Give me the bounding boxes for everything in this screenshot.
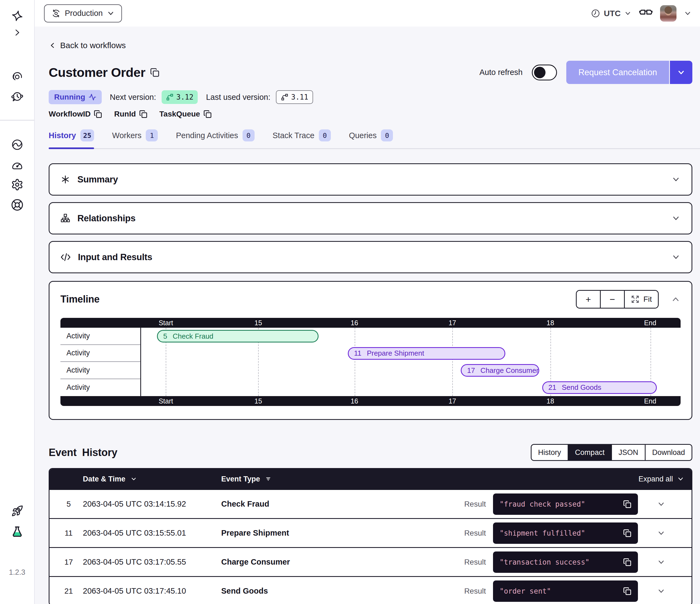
timeline-tick-label: 15 [255, 319, 262, 327]
download-button[interactable]: Download [646, 445, 692, 460]
temporal-logo-icon[interactable] [11, 10, 23, 22]
rocket-icon[interactable] [11, 505, 23, 517]
timezone-selector[interactable]: UTC [591, 8, 632, 18]
zoom-out-button[interactable]: − [601, 291, 625, 308]
activity-pulse-icon [89, 93, 96, 101]
result-label: Result [464, 558, 486, 566]
tab-history[interactable]: History 25 [49, 129, 94, 148]
user-avatar[interactable] [660, 5, 676, 22]
help-lifebuoy-icon[interactable] [11, 199, 24, 211]
timeline-row-label: Activity [60, 379, 140, 396]
input-results-section[interactable]: Input and Results [49, 241, 692, 273]
timeline-tick-label: End [644, 319, 656, 327]
expand-all-button[interactable]: Expand all [639, 475, 684, 483]
timeline-tick-label: Start [158, 319, 173, 327]
back-link-label: Back to workflows [60, 41, 126, 50]
workflow-id-label: WorkflowID [49, 110, 91, 118]
user-menu-chevron-icon[interactable] [683, 9, 692, 18]
code-icon [60, 252, 71, 262]
event-row[interactable]: 11 2063-04-05 UTC 03:15:55.01 Prepare Sh… [49, 518, 692, 547]
workflows-icon[interactable] [11, 71, 23, 82]
event-row[interactable]: 17 2063-04-05 UTC 03:17:05.55 Charge Con… [49, 547, 692, 576]
timeline-grid: 5Check Fraud11Prepare Shipment17Charge C… [141, 328, 681, 396]
request-cancelation-button[interactable]: Request Cancelation [566, 61, 669, 84]
timeline-bar-prepare-shipment[interactable]: 11Prepare Shipment [348, 347, 506, 360]
copy-title-icon[interactable] [150, 68, 159, 77]
event-datetime: 2063-04-05 UTC 03:17:05.55 [83, 557, 221, 566]
timeline-tick-label: 17 [448, 319, 456, 327]
event-id: 5 [54, 500, 83, 509]
timeline-tick-label: 16 [351, 319, 358, 327]
topbar: Production UTC [35, 0, 700, 27]
namespace-selector[interactable]: Production [44, 4, 122, 22]
next-version-label: Next version: [110, 93, 156, 102]
tab-count-badge: 0 [243, 129, 255, 141]
view-json-button[interactable]: JSON [612, 445, 646, 460]
sidebar-expand-icon[interactable] [12, 28, 22, 37]
result-value-pill: "shipment fulfilled" [493, 523, 638, 544]
chevron-down-icon [677, 68, 685, 77]
column-event-type[interactable]: Event Type [221, 475, 493, 483]
schedules-icon[interactable] [11, 91, 24, 103]
timeline-zoom-controls: + − Fit [576, 290, 659, 309]
page-title: Customer Order [49, 65, 145, 80]
asterisk-icon [60, 174, 70, 184]
relationships-section[interactable]: Relationships [49, 202, 692, 235]
timeline-row-label: Activity [60, 362, 140, 379]
copy-icon[interactable] [139, 110, 147, 118]
expand-row-chevron-icon[interactable] [657, 587, 666, 596]
git-branch-icon [166, 93, 174, 101]
auto-refresh-toggle[interactable] [532, 65, 557, 80]
expand-row-chevron-icon[interactable] [657, 529, 666, 537]
copy-icon[interactable] [203, 110, 211, 118]
cancelation-menu-button[interactable] [670, 61, 692, 84]
column-date-time[interactable]: Date & Time [83, 475, 221, 483]
zoom-in-button[interactable]: + [577, 291, 601, 308]
summary-section[interactable]: Summary [49, 163, 692, 196]
clock-icon [591, 8, 600, 18]
timeline-tick-label: 15 [255, 397, 262, 405]
copy-result-icon[interactable] [623, 529, 631, 537]
view-history-button[interactable]: History [531, 445, 569, 460]
result-value: "transaction success" [500, 558, 590, 566]
tab-label: Queries [349, 131, 377, 140]
timeline-gridline [452, 328, 453, 396]
relationships-label: Relationships [77, 213, 135, 223]
usage-gauge-icon[interactable] [11, 159, 24, 171]
timeline-bar-charge-consumer[interactable]: 17Charge Consumer [461, 364, 539, 377]
timeline-bar-send-goods[interactable]: 21Send Goods [542, 381, 657, 394]
expand-row-chevron-icon[interactable] [657, 500, 666, 509]
app-version: 1.2.3 [0, 568, 34, 577]
copy-icon[interactable] [94, 110, 102, 118]
result-value: "fraud check passed" [500, 500, 585, 508]
task-queue-item: TaskQueue [159, 110, 211, 118]
last-version-label: Last used version: [206, 93, 270, 102]
copy-result-icon[interactable] [623, 500, 631, 508]
back-to-workflows-link[interactable]: Back to workflows [49, 41, 126, 50]
expand-row-chevron-icon[interactable] [657, 558, 666, 566]
tab-stack-trace[interactable]: Stack Trace 0 [273, 129, 331, 148]
task-queue-label: TaskQueue [159, 110, 200, 118]
view-compact-button[interactable]: Compact [569, 445, 612, 460]
event-datetime: 2063-04-05 UTC 03:15:55.01 [83, 529, 221, 537]
timeline-bar-check-fraud[interactable]: 5Check Fraud [157, 330, 319, 342]
copy-result-icon[interactable] [623, 558, 631, 566]
event-row[interactable]: 21 2063-04-05 UTC 03:17:45.10 Send Goods… [49, 576, 692, 604]
tab-pending-activities[interactable]: Pending Activities 0 [176, 129, 254, 148]
event-row[interactable]: 5 2063-04-05 UTC 03:14:15.92 Check Fraud… [49, 489, 692, 518]
copy-result-icon[interactable] [623, 587, 631, 595]
timeline-collapse-chevron-icon[interactable] [671, 294, 681, 304]
event-datetime: 2063-04-05 UTC 03:14:15.92 [83, 500, 221, 509]
input-results-label: Input and Results [78, 252, 152, 262]
settings-gear-icon[interactable] [11, 178, 24, 191]
fit-button[interactable]: Fit [625, 291, 658, 308]
tab-workers[interactable]: Workers 1 [112, 129, 158, 148]
event-type-column-label: Event Type [221, 475, 260, 483]
feedback-glasses-icon[interactable] [639, 8, 653, 19]
timeline-bar-label: Prepare Shipment [367, 349, 424, 358]
nexus-icon[interactable] [11, 139, 24, 151]
fit-label: Fit [643, 295, 652, 304]
labs-flask-icon[interactable] [11, 526, 24, 538]
tab-count-badge: 25 [80, 129, 94, 141]
tab-queries[interactable]: Queries 0 [349, 129, 393, 148]
